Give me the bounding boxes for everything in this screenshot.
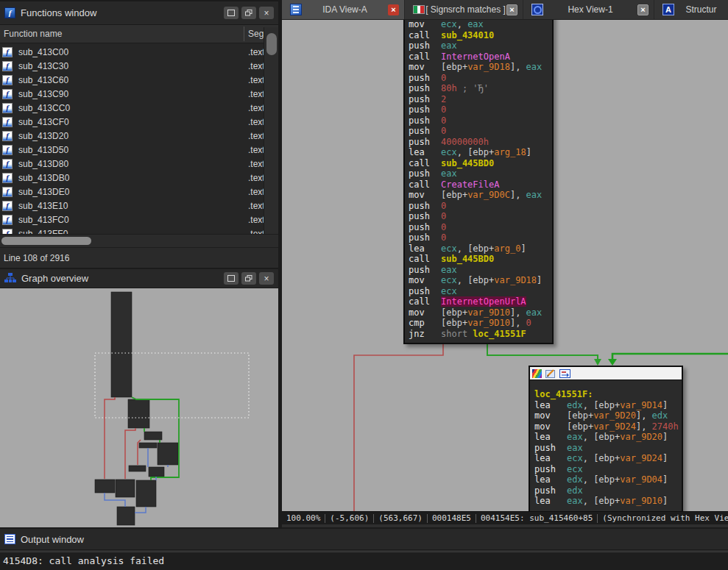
palette-icon[interactable] [532,369,542,378]
disasm-operand: , [ebp+ [583,432,621,442]
disasm-line[interactable]: pusheax [409,40,552,51]
tab-close-button[interactable]: × [637,4,649,15]
minimap-node [144,432,162,440]
tab-structur[interactable]: Structur [654,0,728,19]
disasm-line[interactable]: mov[ebp+var_9D20], edx [534,410,682,421]
function-row[interactable]: fsub_413CC0.text [0,101,264,115]
disasm-line[interactable]: push0 [409,232,552,243]
functions-column-header[interactable]: Function name Seg [0,25,278,43]
disasm-mnemonic: push [409,232,441,243]
float-button[interactable] [241,7,256,19]
disasm-line[interactable]: pushecx [409,286,552,297]
disasm-line[interactable]: pushecx [534,464,682,475]
disasm-line[interactable]: push0 [409,126,552,137]
function-row[interactable]: fsub_413C90.text [0,87,264,101]
disasm-line[interactable]: pushedx [534,485,682,496]
float-icon [245,10,252,16]
function-row[interactable]: fsub_413FC0.text [0,213,264,227]
maximize-button[interactable] [224,272,238,285]
disasm-line[interactable]: movecx, eax [409,20,552,30]
basic-block-label[interactable]: loc_41551F: [534,389,682,400]
output-log[interactable]: 4154D8: call analysis failed [0,552,728,570]
float-button[interactable] [241,272,256,285]
disasm-line[interactable]: push0 [409,201,552,212]
disasm-line[interactable]: callsub_434010 [409,30,552,41]
function-row[interactable]: fsub_413D80.text [0,157,264,171]
tab-hex-view-1[interactable]: Hex View-1× [523,0,654,19]
function-row[interactable]: fsub_413DB0.text [0,171,264,185]
disasm-line[interactable]: jnzshort loc_41551F [409,329,552,340]
disasm-line[interactable]: push0 [409,115,552,127]
column-function-name[interactable]: Function name [0,29,62,39]
function-row[interactable]: fsub_413C30.text [0,59,264,73]
disasm-line[interactable]: callInternetOpenA [409,51,552,63]
disasm-line[interactable]: leaedx, [ebp+var_9D04] [534,474,682,485]
disasm-line[interactable]: push80h ; 'Ђ' [409,83,552,94]
function-row[interactable]: fsub_413C60.text [0,73,264,87]
function-list-horizontal-scrollbar[interactable] [0,234,278,248]
disasm-operand: [ebp+ [567,410,593,421]
disasm-line[interactable]: mov[ebp+var_9D24], 2740h [534,421,682,432]
disasm-line[interactable]: mov[ebp+var_9D18], eax [409,62,552,73]
chart-view-icon[interactable] [559,369,570,378]
vertical-scrollbar-thumb[interactable] [266,33,277,55]
disasm-line[interactable]: callInternetOpenUrlA [409,296,552,307]
disasm-line[interactable]: leaeax, [ebp+var_9D10] [534,496,682,507]
disasm-line[interactable]: push0 [409,211,552,222]
disasm-line[interactable]: mov[ebp+var_9D10], eax [409,307,552,318]
disasm-line[interactable]: push2 [409,94,552,105]
function-name: sub_413CF0 [18,117,69,127]
disasm-operand: eax [526,190,543,200]
disasm-line[interactable]: cmp[ebp+var_9D10], 0 [409,318,552,329]
disasm-line[interactable]: push40000000h [409,137,552,148]
disasm-line[interactable]: leaedx, [ebp+var_9D14] [534,400,682,411]
basic-block-sub-415460[interactable]: movecx, eaxcallsub_434010pusheaxcallInte… [403,20,554,344]
close-button[interactable]: × [259,272,274,285]
disasm-line[interactable]: pusheax [409,168,552,179]
function-row[interactable]: fsub_413D20.text [0,129,264,143]
function-row[interactable]: fsub_413E10.text [0,199,264,213]
maximize-button[interactable] [224,7,238,19]
graph-overview-canvas[interactable] [0,288,278,528]
disasm-line[interactable]: leaecx, [ebp+arg_0] [409,243,552,254]
column-segment[interactable]: Seg [248,29,264,39]
function-row[interactable]: fsub_413CF0.text [0,115,264,129]
disasm-operand: ] [662,496,668,506]
basic-block-loc-41551F[interactable]: loc_41551F: leaedx, [ebp+var_9D14]mov[eb… [529,366,683,511]
disasm-operand: , [ebp+ [583,496,621,506]
disassembly-view: IDA View-A×[ Signsrch matches ]×Hex View… [282,0,728,524]
disasm-line[interactable]: leaecx, [ebp+var_9D24] [534,453,682,464]
disasm-operand: [ebp+ [441,318,467,328]
tab-ida-view-a[interactable]: IDA View-A× [282,0,405,19]
tab-close-button[interactable]: × [388,4,399,15]
disasm-line[interactable]: leaecx, [ebp+arg_18] [409,147,552,158]
function-list-vertical-scrollbar[interactable] [264,27,278,234]
block-code: loc_41551F: leaedx, [ebp+var_9D14]mov[eb… [530,380,682,507]
disasm-mnemonic: push [409,168,441,179]
graph-canvas[interactable]: movecx, eaxcallsub_434010pusheaxcallInte… [282,20,728,511]
tab-close-button[interactable]: × [506,4,517,15]
horizontal-scrollbar-thumb[interactable] [1,237,91,245]
disasm-line[interactable]: callsub_445BD0 [409,158,552,169]
disasm-line[interactable]: push0 [409,73,552,84]
column-divider[interactable] [244,26,244,41]
disasm-line[interactable]: callCreateFileA [409,179,552,190]
disasm-line[interactable]: pusheax [409,265,552,276]
disasm-line[interactable]: leaeax, [ebp+var_9D20] [534,432,682,443]
function-row[interactable]: fsub_413C00.text [0,45,264,59]
close-button[interactable]: × [259,7,274,19]
function-name: sub_413C60 [18,75,68,85]
function-row[interactable]: fsub_413DE0.text [0,185,264,199]
disasm-line[interactable]: callsub_445BD0 [409,254,552,265]
edit-pencil-icon[interactable] [545,368,556,378]
disasm-line[interactable]: push0 [409,222,552,233]
disasm-line[interactable]: mov[ebp+var_9D0C], eax [409,190,552,201]
disasm-line[interactable]: movecx, [ebp+var_9D18] [409,275,552,286]
tab--signsrch-matches-[interactable]: [ Signsrch matches ]× [405,0,523,19]
function-row[interactable]: fsub_413D50.text [0,143,264,157]
structures-icon [662,4,674,15]
function-segment: .text [248,47,264,57]
disasm-line[interactable]: push0 [409,104,552,115]
function-row[interactable]: fsub_413FF0.text [0,227,264,234]
disasm-line[interactable]: pusheax [534,443,682,454]
